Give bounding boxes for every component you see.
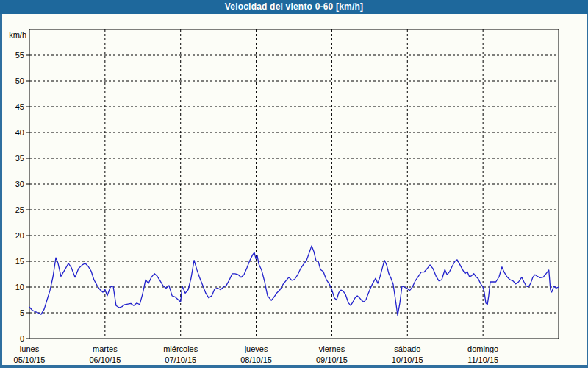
meteogram-window: 0510152025303540455055km/hlunes05/10/15m… — [0, 0, 588, 368]
y-tick-label: 10 — [15, 283, 24, 291]
y-gridlines — [29, 55, 559, 313]
x-day-label: domingo11/10/15 — [467, 344, 498, 364]
y-tick-label: 50 — [15, 77, 24, 85]
x-day-label: jueves08/10/15 — [240, 344, 272, 364]
day-date-label: 08/10/15 — [240, 355, 272, 364]
day-name-label: lunes — [20, 344, 40, 353]
y-tick-label: 20 — [15, 231, 24, 240]
x-day-label: sábado10/10/15 — [392, 344, 423, 364]
y-tick-marks — [26, 55, 29, 339]
x-day-label: lunes05/10/15 — [14, 344, 46, 364]
y-tick-label: 0 — [20, 334, 24, 343]
day-date-label: 07/10/15 — [165, 355, 196, 364]
day-name-label: sábado — [394, 344, 420, 353]
x-day-labels: lunes05/10/15martes06/10/15miércoles07/1… — [14, 344, 499, 364]
day-name-label: miércoles — [163, 344, 198, 353]
day-name-label: martes — [93, 344, 118, 353]
y-tick-label: 15 — [15, 257, 24, 266]
day-date-label: 09/10/15 — [316, 355, 348, 364]
day-date-label: 11/10/15 — [467, 355, 498, 364]
y-tick-labels: 0510152025303540455055 — [15, 51, 24, 343]
x-day-label: miércoles07/10/15 — [163, 344, 198, 364]
y-axis-unit-label: km/h — [9, 30, 26, 39]
day-date-label: 05/10/15 — [14, 355, 46, 364]
y-tick-label: 40 — [15, 128, 24, 137]
day-name-label: domingo — [467, 344, 498, 353]
day-date-label: 06/10/15 — [89, 355, 121, 364]
y-tick-label: 5 — [20, 308, 24, 317]
x-day-label: martes06/10/15 — [89, 344, 121, 364]
wind-speed-chart: 0510152025303540455055km/hlunes05/10/15m… — [0, 0, 588, 368]
wind-speed-line — [29, 246, 559, 316]
x-day-label: viernes09/10/15 — [316, 344, 348, 364]
y-tick-label: 25 — [15, 205, 24, 214]
y-tick-label: 45 — [15, 102, 24, 111]
day-name-label: viernes — [319, 344, 345, 353]
day-name-label: jueves — [244, 344, 268, 353]
y-tick-label: 55 — [15, 51, 24, 60]
chart-title-bar: Velocidad del viento 0-60 [km/h] — [0, 0, 588, 14]
y-tick-label: 35 — [15, 154, 24, 163]
day-date-label: 10/10/15 — [392, 355, 423, 364]
y-tick-label: 30 — [15, 180, 24, 188]
